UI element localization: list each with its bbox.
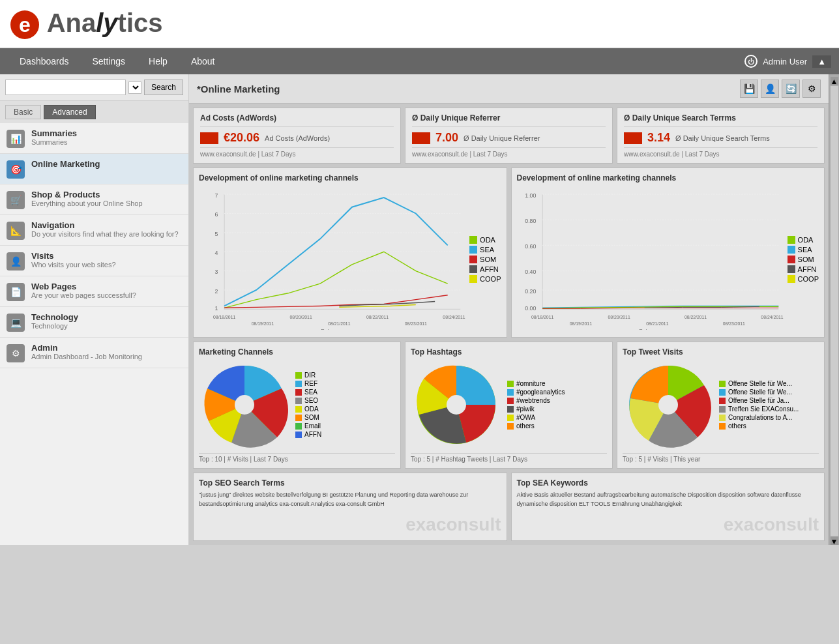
svg-text:Date: Date (639, 328, 650, 330)
logo-e: e (10, 10, 39, 39)
nav-about[interactable]: About (179, 48, 227, 74)
user-label: Admin User (763, 57, 807, 66)
r-legend-oda-dot (787, 236, 795, 244)
mc-dir: DIR (295, 372, 321, 379)
nav-settings[interactable]: Settings (81, 48, 138, 74)
svg-text:5: 5 (214, 231, 218, 237)
search-button[interactable]: Search (144, 80, 183, 95)
shop-products-sub: Everything about your Online Shop (31, 199, 143, 207)
legend-sea-label: SEA (480, 246, 494, 254)
mc-email-label: Email (304, 422, 321, 430)
r-legend-sea: SEA (787, 246, 819, 254)
online-marketing-icon: 🎯 (7, 160, 25, 179)
r-legend-sea-dot (787, 246, 795, 254)
scroll-down-btn[interactable]: ▼ (831, 537, 838, 545)
chart-right-legend: ODA SEA SOM AFFN (787, 186, 819, 332)
tw-others-dot (719, 423, 726, 430)
sidebar-item-visits[interactable]: 👤 Visits Who visits your web sites? (0, 246, 188, 276)
admin-title: Admin (31, 343, 142, 353)
chart-right: Development of online marketing channels… (511, 168, 825, 338)
logo-analytics: Analytics (47, 8, 163, 37)
tw-1-dot (719, 381, 726, 387)
sidebar-item-web-pages[interactable]: 📄 Web Pages Are your web pages successfu… (0, 276, 188, 307)
page-title: *Online Marketing (197, 83, 280, 95)
stat-adwords-title: Ad Costs (AdWords) (200, 113, 394, 127)
pie-tweets-footer: Top : 5 | # Visits | This year (623, 453, 819, 463)
nav-dashboards[interactable]: Dashboards (8, 48, 81, 74)
tw-5-label: Congratulations to A... (728, 414, 792, 421)
bottom-seo: Top SEO Search Terms "justus jung" direk… (193, 473, 507, 541)
pie-marketing-svg (199, 359, 290, 450)
ht-owa-label: #OWA (516, 414, 535, 421)
save-icon-btn[interactable]: 💾 (740, 80, 758, 98)
chart-left-svg: 7 6 5 4 3 2 1 (199, 186, 467, 332)
pie-tweets: Top Tweet Visits Offene Stelle für We...… (617, 342, 825, 469)
tw-others: others (719, 422, 799, 430)
tab-advanced[interactable]: Advanced (44, 105, 95, 119)
svg-text:0.60: 0.60 (525, 243, 536, 250)
tw-4-label: Treffen Sie EXAConsu... (728, 405, 799, 413)
scroll-up-btn[interactable]: ▲ (831, 77, 838, 85)
ht-wt-label: #webtrends (516, 397, 550, 404)
settings-icon-btn[interactable]: ⚙ (802, 80, 821, 98)
svg-text:08/22/2011: 08/22/2011 (684, 315, 706, 319)
stat-referrer-label: Ø Daily Unique Referrer (464, 134, 540, 142)
legend-oda: ODA (469, 236, 501, 244)
navigation-title: Navigation (31, 220, 179, 230)
bottom-sea-title: Top SEA Keywords (517, 478, 819, 488)
svg-text:08/19/2011: 08/19/2011 (569, 321, 591, 326)
svg-text:7: 7 (214, 192, 218, 199)
sidebar-item-online-marketing[interactable]: 🎯 Online Marketing (0, 154, 188, 184)
tw-2-dot (719, 389, 726, 396)
nav-up-arrow[interactable]: ▲ (812, 55, 831, 68)
tab-basic[interactable]: Basic (5, 105, 41, 119)
tw-2-label: Offene Stelle für We... (728, 388, 792, 396)
r-legend-affn: AFFN (787, 265, 819, 273)
scroll-track (831, 86, 838, 536)
svg-text:1.00: 1.00 (525, 192, 536, 199)
search-dropdown[interactable]: ▼ (128, 81, 141, 94)
sidebar-item-summaries[interactable]: 📊 Summaries Summaries (0, 123, 188, 154)
stat-card-adwords: Ad Costs (AdWords) €20.06 Ad Costs (AdWo… (193, 108, 401, 164)
ht-piwik-label: #piwik (516, 405, 535, 413)
bottom-sea-watermark: exaconsult (517, 514, 819, 535)
mc-sea-dot (295, 389, 302, 396)
pie-marketing-legend: DIR REF SEA SEO ODA SOM Email AFFN (295, 372, 321, 438)
svg-text:0.20: 0.20 (525, 288, 536, 295)
mc-dir-label: DIR (304, 372, 316, 379)
r-legend-coop: COOP (787, 275, 819, 283)
bottom-seo-title: Top SEO Search Terms (199, 478, 501, 488)
sidebar-tabs: Basic Advanced (0, 101, 188, 123)
power-icon[interactable]: ⏻ (744, 55, 758, 68)
technology-icon: 💻 (7, 314, 25, 332)
stat-referrer-footer: www.exaconsult.de | Last 7 Days (412, 147, 606, 158)
ht-owa-dot (507, 415, 514, 421)
chart-left: Development of online marketing channels… (193, 168, 507, 338)
stat-referrer-badge (412, 132, 430, 144)
admin-sub: Admin Dashboard - Job Monitoring (31, 353, 142, 360)
pie-tweets-title: Top Tweet Visits (623, 347, 819, 357)
legend-sea: SEA (469, 246, 501, 254)
chart-right-title: Development of online marketing channels (517, 173, 819, 183)
chart-left-legend: ODA SEA SOM AFFN (469, 186, 501, 332)
svg-text:08/21/2011: 08/21/2011 (328, 321, 350, 326)
user-icon-btn[interactable]: 👤 (761, 80, 779, 98)
sidebar-item-admin[interactable]: ⚙ Admin Admin Dashboard - Job Monitoring (0, 338, 188, 368)
search-input[interactable] (5, 80, 126, 95)
pie-row: Marketing Channels (189, 342, 829, 473)
legend-affn: AFFN (469, 265, 501, 273)
sidebar-item-technology[interactable]: 💻 Technology Technology (0, 307, 188, 338)
refresh-icon-btn[interactable]: 🔄 (782, 80, 800, 98)
bottom-sea-tags: Aktive Basis aktueller Bestand auftragsb… (517, 490, 819, 509)
shop-products-title: Shop & Products (31, 190, 143, 199)
tw-1-label: Offene Stelle für We... (728, 380, 792, 387)
sidebar-item-shop-products[interactable]: 🛒 Shop & Products Everything about your … (0, 184, 188, 215)
ht-others-label: others (516, 422, 535, 430)
r-legend-som-dot (787, 256, 795, 263)
scroll-indicator[interactable]: ▲ ▼ (829, 74, 839, 545)
nav-help[interactable]: Help (137, 48, 179, 74)
summaries-icon: 📊 (7, 130, 25, 148)
online-marketing-title: Online Marketing (31, 159, 100, 169)
sidebar-item-navigation[interactable]: 📐 Navigation Do your visitors find what … (0, 215, 188, 246)
ht-owa: #OWA (507, 414, 565, 421)
